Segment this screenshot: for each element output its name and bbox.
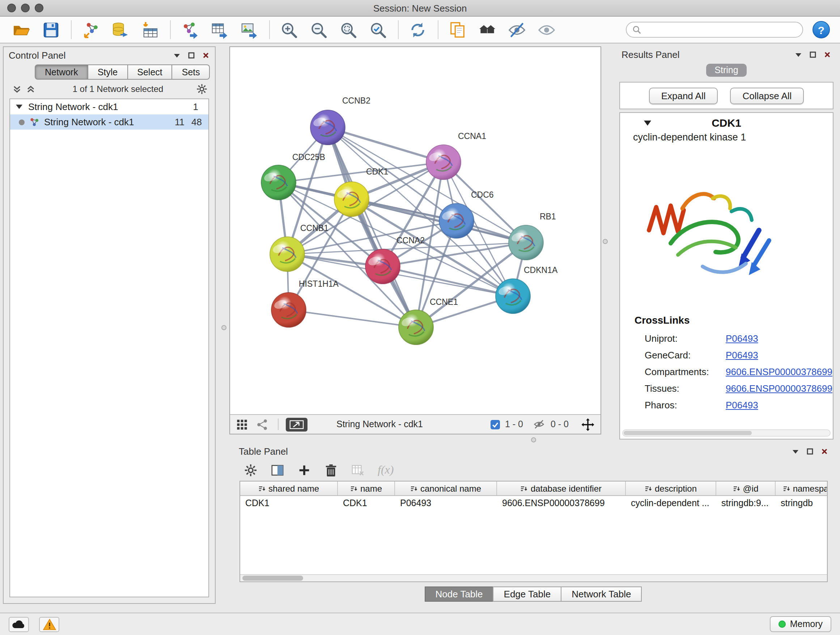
- tab-style[interactable]: Style: [88, 65, 128, 80]
- network-node-cdc25b[interactable]: [261, 165, 296, 200]
- help-button[interactable]: ?: [813, 21, 830, 38]
- table-cell[interactable]: stringdb:9...: [716, 496, 775, 510]
- crosslink-link[interactable]: P06493: [726, 350, 758, 361]
- collapse-section-icon[interactable]: [643, 119, 652, 127]
- tab-string[interactable]: String: [706, 64, 747, 77]
- vertical-splitter-handle[interactable]: [221, 325, 226, 330]
- network-node-ccne1[interactable]: [399, 310, 433, 345]
- zoom-out-button[interactable]: [306, 19, 331, 41]
- network-node-ccna2[interactable]: [365, 249, 400, 284]
- pan-crosshair-icon[interactable]: [581, 417, 595, 431]
- crosslink-link[interactable]: P06493: [726, 333, 758, 344]
- table-cell[interactable]: CDK1: [240, 496, 338, 510]
- tab-select[interactable]: Select: [128, 65, 172, 80]
- gear-icon[interactable]: [196, 83, 208, 95]
- float-panel-icon[interactable]: [187, 51, 195, 59]
- selected-checkbox-icon[interactable]: [491, 420, 500, 429]
- scrollbar-thumb[interactable]: [624, 431, 752, 435]
- collapse-panel-icon[interactable]: [794, 50, 802, 58]
- network-collection-row[interactable]: String Network - cdk1 1: [10, 99, 208, 114]
- apply-layout-button[interactable]: [405, 19, 430, 41]
- horizontal-splitter-handle[interactable]: [531, 437, 536, 442]
- network-node-cdk1[interactable]: [334, 182, 369, 217]
- column-header-shared-name[interactable]: shared name: [240, 481, 338, 495]
- column-header-namespac[interactable]: namespac: [775, 481, 828, 495]
- float-panel-icon[interactable]: [809, 50, 817, 58]
- collapse-panel-icon[interactable]: [173, 51, 181, 59]
- network-node-ccna1[interactable]: [426, 145, 461, 180]
- network-node-cdkn1a[interactable]: [496, 279, 531, 314]
- protein-header-row[interactable]: CDK1: [620, 113, 833, 132]
- export-table-button[interactable]: [207, 19, 232, 41]
- column-header-name[interactable]: name: [338, 481, 395, 495]
- table-cell[interactable]: CDK1: [338, 496, 395, 510]
- results-horizontal-scrollbar[interactable]: [622, 429, 831, 437]
- hide-graphics-details-button[interactable]: [504, 19, 529, 41]
- float-panel-icon[interactable]: [806, 447, 814, 455]
- table-cell[interactable]: P06493: [395, 496, 497, 510]
- tab-network-table[interactable]: Network Table: [561, 586, 642, 602]
- zoom-fit-button[interactable]: [336, 19, 360, 41]
- share-network-icon[interactable]: [256, 418, 268, 431]
- crosslink-link[interactable]: 9606.ENSP00000378699: [726, 383, 832, 394]
- open-session-button[interactable]: [9, 19, 33, 41]
- table-cell[interactable]: stringdb: [775, 496, 828, 510]
- network-node-rb1[interactable]: [508, 225, 543, 260]
- save-session-button[interactable]: [38, 19, 63, 41]
- crosslink-link[interactable]: 9606.ENSP00000378699: [726, 366, 832, 377]
- tree-caret-icon[interactable]: [15, 103, 23, 111]
- network-node-ccnb2[interactable]: [310, 110, 345, 145]
- network-canvas[interactable]: CCNB2CCNA1CDC25BCDK1CDC6RB1CCNB1CCNA2CDK…: [230, 47, 600, 414]
- tab-node-table[interactable]: Node Table: [424, 586, 493, 602]
- show-columns-icon[interactable]: [271, 463, 284, 477]
- annotations-button[interactable]: [445, 19, 470, 41]
- column-header-canonical-name[interactable]: canonical name: [395, 481, 497, 495]
- export-network-button[interactable]: [177, 19, 202, 41]
- export-image-button[interactable]: [237, 19, 261, 41]
- add-column-icon[interactable]: [297, 463, 311, 477]
- tab-sets[interactable]: Sets: [172, 65, 210, 80]
- close-panel-icon[interactable]: [823, 50, 831, 58]
- column-header-description[interactable]: description: [626, 481, 716, 495]
- scrollbar-thumb[interactable]: [242, 576, 303, 581]
- network-node-hist1h1a[interactable]: [271, 293, 306, 327]
- collapse-all-button[interactable]: Collapse All: [730, 87, 804, 104]
- collapse-panel-icon[interactable]: [791, 447, 799, 455]
- table-horizontal-scrollbar[interactable]: [240, 574, 827, 581]
- hidden-eye-slash-icon[interactable]: [532, 419, 546, 429]
- delete-column-icon[interactable]: [324, 463, 338, 477]
- table-settings-gear-icon[interactable]: [244, 463, 257, 477]
- table-cell[interactable]: cyclin-dependent ...: [626, 496, 716, 510]
- vertical-splitter-handle[interactable]: [603, 239, 608, 244]
- tab-network[interactable]: Network: [35, 65, 88, 80]
- cloud-button[interactable]: [9, 616, 29, 632]
- chevrons-down-icon[interactable]: [12, 84, 22, 94]
- table-row[interactable]: CDK1CDK1P064939606.ENSP00000378699cyclin…: [240, 496, 827, 510]
- warnings-button[interactable]: [39, 616, 59, 632]
- show-graphics-details-button[interactable]: [534, 19, 559, 41]
- column-header--id[interactable]: @id: [716, 481, 775, 495]
- birdseye-view-button[interactable]: [286, 417, 308, 431]
- zoom-in-button[interactable]: [276, 19, 301, 41]
- expand-all-button[interactable]: Expand All: [649, 87, 718, 104]
- search-input[interactable]: [645, 25, 797, 35]
- column-header-database-identifier[interactable]: database identifier: [497, 481, 626, 495]
- network-graph[interactable]: CCNB2CCNA1CDC25BCDK1CDC6RB1CCNB1CCNA2CDK…: [230, 47, 600, 416]
- network-edge[interactable]: [328, 127, 444, 162]
- network-edge[interactable]: [289, 310, 416, 327]
- close-panel-icon[interactable]: [821, 447, 829, 455]
- search-box[interactable]: [626, 22, 803, 38]
- home-pages-button[interactable]: [475, 19, 499, 41]
- chevrons-up-icon[interactable]: [26, 84, 35, 94]
- network-node-ccnb1[interactable]: [270, 237, 305, 272]
- network-row[interactable]: String Network - cdk1 11 48: [10, 114, 208, 130]
- import-network-file-button[interactable]: [78, 19, 103, 41]
- zoom-selected-button[interactable]: [365, 19, 390, 41]
- memory-button[interactable]: Memory: [770, 616, 831, 632]
- crosslink-link[interactable]: P06493: [726, 400, 758, 410]
- close-panel-icon[interactable]: [202, 51, 210, 59]
- table-cell[interactable]: 9606.ENSP00000378699: [497, 496, 626, 510]
- network-node-cdc6[interactable]: [439, 203, 474, 238]
- grid-view-icon[interactable]: [236, 418, 248, 431]
- import-table-button[interactable]: [137, 19, 162, 41]
